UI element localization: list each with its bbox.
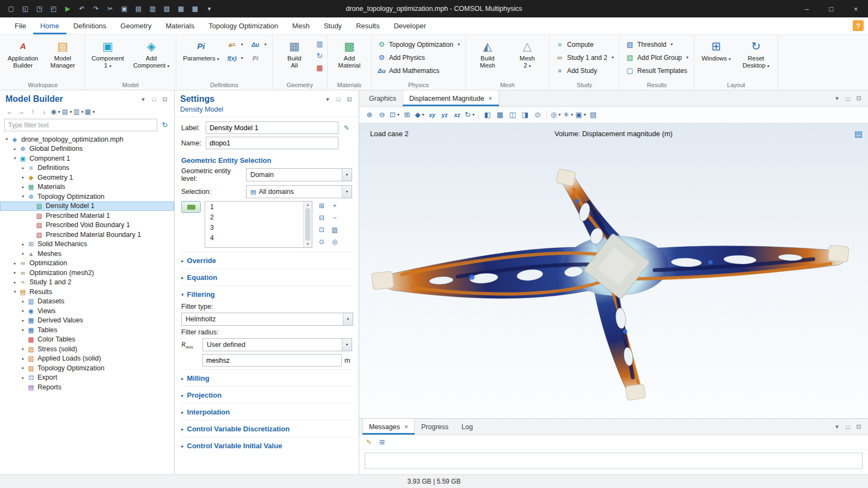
domain-list[interactable]: 1234 ▴ ▾ bbox=[205, 201, 312, 248]
open-file-icon[interactable]: ◱ bbox=[19, 3, 32, 15]
tree-expander-icon[interactable]: ▸ bbox=[20, 375, 27, 380]
help-button[interactable]: ? bbox=[853, 20, 864, 31]
close-button[interactable]: × bbox=[844, 0, 868, 17]
ribbon-button-component-1[interactable]: ▣Component 1▾ bbox=[88, 36, 127, 71]
maximize-button[interactable]: □ bbox=[819, 0, 844, 17]
section-milling[interactable]: ▸Milling bbox=[181, 369, 352, 385]
ribbon-button-threshold[interactable]: ▧Threshold▾ bbox=[623, 38, 691, 51]
clear-selection-icon[interactable]: ▨ bbox=[329, 225, 340, 235]
tree-filter-input[interactable] bbox=[4, 119, 157, 131]
ribbon-button-add-study[interactable]: =Add Study bbox=[552, 64, 617, 77]
ribbon-button-nonlocal-couplings-icon[interactable]: Δu▾ bbox=[248, 38, 269, 51]
show-grid-icon[interactable]: ▦ bbox=[494, 109, 506, 121]
tree-expander-icon[interactable]: ▸ bbox=[20, 166, 27, 170]
menu-tab-home[interactable]: Home bbox=[33, 17, 66, 34]
tree-node-datasets[interactable]: ▸▥Datasets bbox=[0, 297, 174, 307]
zoom-extents-icon[interactable]: ⊞ bbox=[401, 109, 413, 121]
minimize-button[interactable]: – bbox=[795, 0, 819, 17]
graphics-canvas[interactable]: Load case 2 Volume: Displacement magnitu… bbox=[359, 123, 868, 418]
messages-content[interactable] bbox=[365, 453, 863, 469]
tree-expander-icon[interactable]: ▸ bbox=[20, 318, 27, 323]
tree-expander-icon[interactable]: ▾ bbox=[3, 137, 10, 142]
tree-expander-icon[interactable]: ▾ bbox=[11, 156, 19, 161]
tab-messages[interactable]: Messages× bbox=[362, 419, 415, 435]
add-selection-icon[interactable]: + bbox=[329, 201, 340, 211]
domain-list-scrollbar[interactable]: ▴ ▾ bbox=[303, 202, 312, 247]
tree-expander-icon[interactable]: ▸ bbox=[20, 251, 27, 256]
matrix-icon[interactable]: ▩ bbox=[188, 3, 202, 15]
tree-node-definitions[interactable]: ▸≡Definitions bbox=[0, 163, 174, 173]
domain-list-item[interactable]: 2 bbox=[205, 212, 303, 223]
ribbon-button-build-all[interactable]: ▦Build All bbox=[275, 36, 313, 70]
ribbon-button-functions-icon[interactable]: f(x)▾ bbox=[225, 52, 246, 64]
tree-expander-icon[interactable]: ▸ bbox=[20, 185, 27, 190]
tree-expander-icon[interactable]: ▸ bbox=[11, 280, 19, 285]
tree-expander-icon[interactable]: ▸ bbox=[20, 308, 27, 313]
filter-type-select[interactable]: Helmholtz ▾ bbox=[181, 313, 353, 326]
forward-icon[interactable]: → bbox=[16, 106, 27, 117]
chevron-down-icon[interactable]: ▾ bbox=[832, 94, 842, 103]
float-panel-icon[interactable]: □ bbox=[843, 423, 853, 431]
cut-icon[interactable]: ✂ bbox=[103, 3, 117, 15]
move-down-icon[interactable]: ↓ bbox=[39, 106, 50, 117]
show-options-icon[interactable]: ◉▾ bbox=[50, 106, 61, 117]
run-icon[interactable]: ▶ bbox=[61, 3, 75, 15]
ribbon-button-windows[interactable]: ⊞Windows▾ bbox=[697, 36, 735, 64]
pin-panel-icon[interactable]: ⊡ bbox=[854, 423, 864, 431]
tree-node-tables[interactable]: ▸▦Tables bbox=[0, 325, 174, 335]
tree-node-topology-optimization[interactable]: ▸▧Topology Optimization bbox=[0, 363, 174, 373]
tree-expander-icon[interactable]: ▸ bbox=[11, 261, 19, 266]
ribbon-button-add-mathematics[interactable]: ΔuAdd Mathematics bbox=[374, 64, 463, 77]
menu-tab-developer[interactable]: Developer bbox=[386, 17, 433, 34]
measure-icon[interactable]: ▦ bbox=[315, 62, 324, 74]
tree-expander-icon[interactable]: ▾ bbox=[20, 194, 27, 199]
zoom-box-icon[interactable]: ⊡▾ bbox=[389, 109, 401, 121]
tree-expander-icon[interactable]: ▸ bbox=[20, 242, 27, 247]
zoom-to-selection-icon[interactable]: ⊙ bbox=[316, 237, 327, 247]
ribbon-button-variables-icon[interactable]: a=▾ bbox=[225, 38, 246, 51]
import-geometry-icon[interactable]: ▥ bbox=[315, 38, 324, 50]
node-order-icon[interactable]: ▥▾ bbox=[73, 106, 84, 117]
lock-view-icon[interactable]: ⊙ bbox=[532, 109, 544, 121]
menu-tab-definitions[interactable]: Definitions bbox=[66, 17, 114, 34]
ribbon-button-reset-desktop[interactable]: ↻Reset Desktop▾ bbox=[737, 36, 775, 71]
back-icon[interactable]: ← bbox=[4, 106, 15, 117]
section-control-variable-discretization[interactable]: ▸Control Variable Discretization bbox=[181, 420, 352, 436]
tree-node-drone-topology-optimization-mph[interactable]: ▾◈drone_topology_optimization.mph bbox=[0, 135, 174, 144]
undo-icon[interactable]: ↶ bbox=[75, 3, 89, 15]
tree-node-density-model-1[interactable]: ▧Density Model 1 bbox=[0, 202, 174, 211]
tree-node-export[interactable]: ▸⊡Export bbox=[0, 373, 174, 383]
ribbon-button-build-mesh[interactable]: ◭Build Mesh bbox=[469, 36, 507, 70]
duplicate-icon[interactable]: ▥ bbox=[146, 3, 159, 15]
ribbon-button-mesh-2[interactable]: △Mesh 2▾ bbox=[508, 36, 546, 71]
filter-radius-mode-select[interactable]: User defined ▾ bbox=[202, 338, 352, 351]
clear-messages-icon[interactable]: ✎ bbox=[364, 437, 374, 448]
yz-view-icon[interactable]: yz bbox=[439, 109, 451, 121]
tree-node-prescribed-material-1[interactable]: ▨Prescribed Material 1 bbox=[0, 211, 174, 221]
tree-node-reports[interactable]: ▤Reports bbox=[0, 382, 174, 392]
copy-selection-icon[interactable]: ⊞ bbox=[316, 201, 327, 211]
tree-node-geometry-1[interactable]: ▸◆Geometry 1 bbox=[0, 173, 174, 182]
menu-tab-geometry[interactable]: Geometry bbox=[113, 17, 158, 34]
chevron-down-icon[interactable]: ▾ bbox=[138, 95, 148, 103]
more-commands-icon[interactable]: ▾ bbox=[202, 3, 216, 15]
menu-tab-materials[interactable]: Materials bbox=[158, 17, 201, 34]
ribbon-button-model-manager[interactable]: ▤Model Manager bbox=[44, 36, 82, 70]
tree-expander-icon[interactable]: ▸ bbox=[20, 175, 27, 180]
tab-displacement-magnitude[interactable]: Displacement Magnitude× bbox=[403, 90, 499, 106]
chevron-down-icon[interactable]: ▾ bbox=[323, 95, 333, 103]
ribbon-button-study-1-and-2[interactable]: ∞Study 1 and 2▾ bbox=[552, 51, 617, 64]
float-panel-icon[interactable]: □ bbox=[334, 95, 343, 103]
tree-node-global-definitions[interactable]: ▸⊕Global Definitions bbox=[0, 144, 174, 154]
xz-view-icon[interactable]: xz bbox=[451, 109, 463, 121]
close-tab-icon[interactable]: × bbox=[404, 423, 408, 431]
menu-tab-mesh[interactable]: Mesh bbox=[285, 17, 317, 34]
name-field[interactable] bbox=[206, 137, 338, 149]
rotate-view-icon[interactable]: ↻▾ bbox=[464, 109, 476, 121]
ribbon-button-parameter-case-icon[interactable]: Pi bbox=[248, 52, 269, 64]
color-legend-icon[interactable]: ▤ bbox=[854, 129, 863, 139]
tree-expander-icon[interactable]: ▾ bbox=[11, 289, 19, 294]
tree-node-prescribed-material-boundary-1[interactable]: ▨Prescribed Material Boundary 1 bbox=[0, 230, 174, 240]
paste-icon[interactable]: ▤ bbox=[132, 3, 145, 15]
section-filtering[interactable]: ▾ Filtering bbox=[181, 285, 352, 301]
